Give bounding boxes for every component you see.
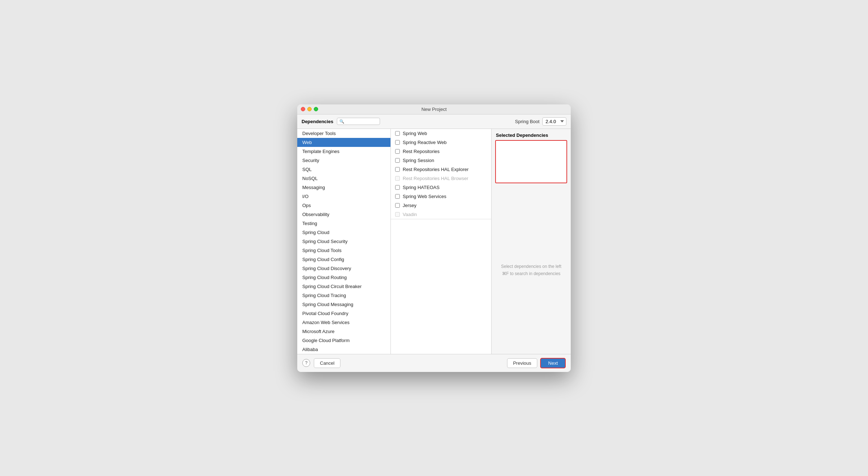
search-input[interactable] [346, 119, 378, 124]
maximize-button[interactable] [314, 107, 318, 111]
sidebar-item-template-engines[interactable]: Template Engines [297, 147, 390, 156]
rest-repositories-hal-explorer-checkbox[interactable] [395, 167, 400, 172]
main-window: New Project Dependencies 🔍 Spring Boot 2… [297, 104, 571, 372]
title-bar: New Project [297, 104, 571, 114]
selected-deps-hint: Select dependencies on the left ⌘F to se… [492, 187, 571, 354]
traffic-lights [301, 107, 318, 111]
spring-web-services-label: Spring Web Services [403, 194, 446, 199]
toolbar: Dependencies 🔍 Spring Boot 2.4.0 2.3.7 2… [297, 114, 571, 129]
sidebar-item-spring-cloud[interactable]: Spring Cloud [297, 228, 390, 237]
previous-button[interactable]: Previous [507, 358, 538, 368]
sidebar-item-spring-cloud-config[interactable]: Spring Cloud Config [297, 255, 390, 264]
list-item: Vaadin [391, 210, 491, 219]
sidebar-item-developer-tools[interactable]: Developer Tools [297, 129, 390, 138]
sidebar-item-alibaba[interactable]: Alibaba [297, 345, 390, 354]
list-item: Spring HATEOAS [391, 183, 491, 192]
rest-repositories-hal-browser-label: Rest Repositories HAL Browser [403, 176, 468, 181]
hint-line2: ⌘F to search in dependencies [502, 270, 561, 277]
spring-session-checkbox[interactable] [395, 158, 400, 163]
left-panel: Developer Tools Web Template Engines Sec… [297, 129, 391, 354]
sidebar-item-observability[interactable]: Observability [297, 210, 390, 219]
rest-repositories-hal-explorer-label: Rest Repositories HAL Explorer [403, 167, 469, 172]
cancel-button[interactable]: Cancel [314, 358, 340, 368]
right-panel: Selected Dependencies Select dependencie… [492, 129, 571, 354]
vaadin-checkbox [395, 212, 400, 217]
sidebar-item-spring-cloud-tools[interactable]: Spring Cloud Tools [297, 246, 390, 255]
list-item: Rest Repositories [391, 147, 491, 156]
main-content: Developer Tools Web Template Engines Sec… [297, 129, 571, 354]
dependencies-section: Spring Web Spring Reactive Web Rest Repo… [391, 129, 491, 219]
spring-session-label: Spring Session [403, 158, 434, 163]
rest-repositories-label: Rest Repositories [403, 149, 440, 154]
list-item: Spring Web Services [391, 192, 491, 201]
spring-boot-control: Spring Boot 2.4.0 2.3.7 2.2.13 2.1.18 [515, 117, 566, 126]
spring-hateoas-label: Spring HATEOAS [403, 185, 439, 190]
list-item: Rest Repositories HAL Browser [391, 174, 491, 183]
sidebar-item-pivotal-cloud-foundry[interactable]: Pivotal Cloud Foundry [297, 309, 390, 318]
sidebar-item-google-cloud-platform[interactable]: Google Cloud Platform [297, 336, 390, 345]
sidebar-item-web[interactable]: Web [297, 138, 390, 147]
footer: ? Cancel Previous Next [297, 354, 571, 372]
dependencies-label: Dependencies [302, 119, 333, 124]
list-item: Spring Session [391, 156, 491, 165]
list-item: Jersey [391, 201, 491, 210]
spring-web-services-checkbox[interactable] [395, 194, 400, 199]
search-box: 🔍 [337, 118, 380, 125]
spring-hateoas-checkbox[interactable] [395, 185, 400, 190]
sidebar-item-nosql[interactable]: NoSQL [297, 174, 390, 183]
sidebar-item-ops[interactable]: Ops [297, 201, 390, 210]
sidebar-item-sql[interactable]: SQL [297, 165, 390, 174]
search-icon: 🔍 [339, 119, 344, 124]
list-item: Spring Web [391, 129, 491, 138]
sidebar-item-spring-cloud-messaging[interactable]: Spring Cloud Messaging [297, 300, 390, 309]
sidebar-item-spring-cloud-circuit-breaker[interactable]: Spring Cloud Circuit Breaker [297, 282, 390, 291]
spring-reactive-web-checkbox[interactable] [395, 140, 400, 145]
spring-boot-label: Spring Boot [515, 119, 539, 124]
sidebar-item-messaging[interactable]: Messaging [297, 183, 390, 192]
middle-panel: Spring Web Spring Reactive Web Rest Repo… [391, 129, 492, 354]
spring-boot-select[interactable]: 2.4.0 2.3.7 2.2.13 2.1.18 [542, 117, 566, 126]
spring-web-checkbox[interactable] [395, 131, 400, 136]
sidebar-item-testing[interactable]: Testing [297, 219, 390, 228]
rest-repositories-hal-browser-checkbox [395, 176, 400, 181]
sidebar-item-amazon-web-services[interactable]: Amazon Web Services [297, 318, 390, 327]
sidebar-item-security[interactable]: Security [297, 156, 390, 165]
next-button[interactable]: Next [540, 358, 566, 368]
empty-section [391, 219, 491, 354]
vaadin-label: Vaadin [403, 212, 417, 217]
jersey-label: Jersey [403, 203, 416, 208]
selected-deps-title: Selected Dependencies [492, 129, 571, 140]
close-button[interactable] [301, 107, 305, 111]
sidebar-item-microsoft-azure[interactable]: Microsoft Azure [297, 327, 390, 336]
list-item: Spring Reactive Web [391, 138, 491, 147]
sidebar-item-spring-cloud-tracing[interactable]: Spring Cloud Tracing [297, 291, 390, 300]
sidebar-item-spring-cloud-security[interactable]: Spring Cloud Security [297, 237, 390, 246]
sidebar-item-spring-cloud-discovery[interactable]: Spring Cloud Discovery [297, 264, 390, 273]
sidebar-item-io[interactable]: I/O [297, 192, 390, 201]
help-button[interactable]: ? [302, 359, 310, 367]
selected-deps-box [495, 140, 567, 183]
spring-web-label: Spring Web [403, 131, 427, 136]
list-item: Rest Repositories HAL Explorer [391, 165, 491, 174]
sidebar-item-spring-cloud-routing[interactable]: Spring Cloud Routing [297, 273, 390, 282]
minimize-button[interactable] [307, 107, 312, 111]
hint-line1: Select dependencies on the left [501, 263, 561, 270]
rest-repositories-checkbox[interactable] [395, 149, 400, 154]
jersey-checkbox[interactable] [395, 203, 400, 208]
window-title: New Project [421, 107, 447, 112]
spring-reactive-web-label: Spring Reactive Web [403, 140, 447, 145]
